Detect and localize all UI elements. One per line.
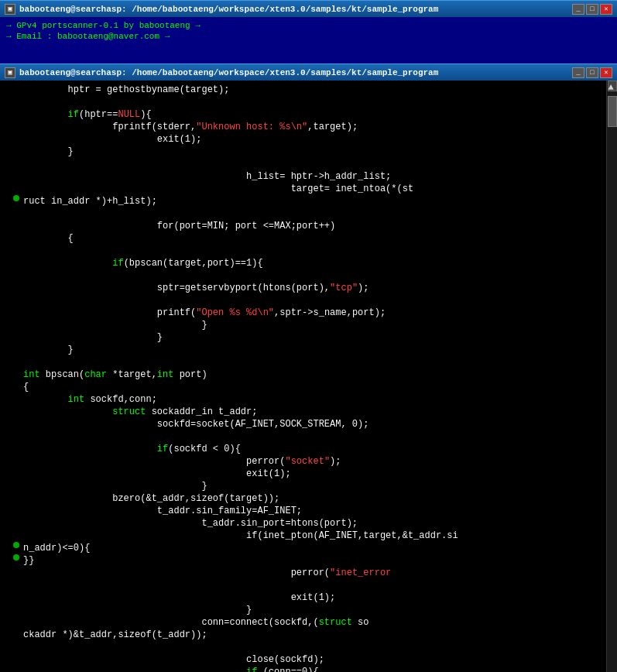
code-line-22: if(sockfd < 0){ xyxy=(3,443,617,455)
code-line-blank4 xyxy=(3,245,617,257)
code-line-27: t_addr.sin_family=AF_INET; xyxy=(3,505,617,517)
code-line-18: { xyxy=(3,381,617,393)
code-line-3: fprintf(stderr,"Unknown host: %s\n",targ… xyxy=(3,121,617,133)
gutter-30 xyxy=(9,542,23,548)
code-line-11: if(bpscan(target,port)==1){ xyxy=(3,257,617,269)
code-line-blank10 xyxy=(3,641,617,653)
code-line-13: printf("Open %s %d\n",sptr->s_name,port)… xyxy=(3,307,617,319)
scrollbar-up-arrow[interactable]: ▲ xyxy=(608,81,617,91)
terminal-line-1: → GPv4 portscanner-0.1 by babootaeng → xyxy=(6,20,611,31)
minimize-button-1[interactable]: _ xyxy=(572,4,584,15)
code-line-21: sockfd=socket(AF_INET,SOCK_STREAM, 0); xyxy=(3,418,617,430)
code-line-28: t_addr.sin_port=htons(port); xyxy=(3,517,617,530)
code-line-12: sptr=getservbyport(htons(port),"tcp"); xyxy=(3,282,617,294)
code-line-blank1 xyxy=(3,96,617,108)
terminal-icon-2: ▣ xyxy=(5,67,15,78)
code-line-9: for(port=MIN; port <=MAX;port++) xyxy=(3,220,617,232)
code-line-20: struct sockaddr_in t_addr; xyxy=(3,406,617,418)
terminal-icon-1: ▣ xyxy=(5,4,15,15)
code-line-25: } xyxy=(3,480,617,492)
code-line-2: if(hptr==NULL){ xyxy=(3,108,617,121)
code-line-36: ckaddr *)&t_addr,sizeof(t_addr)); xyxy=(3,629,617,641)
code-scroll[interactable]: hptr = gethostbyname(target); if(hptr==N… xyxy=(0,81,617,672)
code-line-1: hptr = gethostbyname(target); xyxy=(3,84,617,96)
code-line-23: perror("socket"); xyxy=(3,455,617,468)
minimize-button-2[interactable]: _ xyxy=(572,67,584,78)
code-line-30: n_addr)<=0){ xyxy=(3,542,617,554)
maximize-button-2[interactable]: □ xyxy=(586,67,598,78)
code-line-17: int bpscan(char *target,int port) xyxy=(3,369,617,381)
window-controls-1[interactable]: _ □ ✕ xyxy=(572,4,612,15)
code-line-blank3 xyxy=(3,207,617,220)
maximize-button-1[interactable]: □ xyxy=(586,4,598,15)
code-line-5: } xyxy=(3,146,617,158)
code-line-blank9 xyxy=(3,579,617,591)
breakpoint-3 xyxy=(13,554,19,561)
terminal-line-2: → Email : babootaeng@naver.com → xyxy=(6,31,611,42)
code-area[interactable]: hptr = gethostbyname(target); if(hptr==N… xyxy=(0,81,617,672)
code-line-14: } xyxy=(3,319,617,331)
code-line-blank6 xyxy=(3,294,617,307)
code-line-33: exit(1); xyxy=(3,591,617,604)
code-line-16: } xyxy=(3,344,617,356)
close-button-2[interactable]: ✕ xyxy=(600,67,612,78)
title-text-1: babootaeng@searchasp: /home/babootaeng/w… xyxy=(19,5,438,14)
code-line-blank7 xyxy=(3,356,617,369)
title-bar-left-2: ▣ babootaeng@searchasp: /home/babootaeng… xyxy=(5,67,438,78)
code-line-8: ruct in_addr *)+h_list); xyxy=(3,195,617,207)
code-line-4: exit(1); xyxy=(3,133,617,146)
code-line-26: bzero(&t_addr,sizeof(target)); xyxy=(3,492,617,505)
scrollbar-thumb[interactable] xyxy=(608,96,617,127)
code-line-10: { xyxy=(3,232,617,245)
title-bar-2: ▣ babootaeng@searchasp: /home/babootaeng… xyxy=(0,63,617,81)
title-text-2: babootaeng@searchasp: /home/babootaeng/w… xyxy=(19,68,438,77)
code-line-31: }} xyxy=(3,554,617,567)
gutter-31 xyxy=(9,554,23,561)
code-line-blank5 xyxy=(3,269,617,282)
scrollbar-right[interactable]: ▲ ▼ xyxy=(606,81,617,672)
code-line-29: if(inet_pton(AF_INET,target,&t_addr.si xyxy=(3,530,617,542)
close-button-1[interactable]: ✕ xyxy=(600,4,612,15)
code-line-24: exit(1); xyxy=(3,468,617,480)
code-line-32: perror("inet_error xyxy=(3,567,617,579)
title-bar-left-1: ▣ babootaeng@searchasp: /home/babootaeng… xyxy=(5,4,438,15)
code-line-7: target= inet_ntoa(*(st xyxy=(3,183,617,195)
window2: ▣ babootaeng@searchasp: /home/babootaeng… xyxy=(0,63,617,672)
gutter-8 xyxy=(9,195,23,201)
breakpoint-1 xyxy=(13,195,19,201)
code-line-37: close(sockfd); xyxy=(3,653,617,666)
window-controls-2[interactable]: _ □ ✕ xyxy=(572,67,612,78)
code-line-6: h_list= hptr->h_addr_list; xyxy=(3,170,617,183)
code-line-19: int sockfd,conn; xyxy=(3,393,617,406)
code-line-34: } xyxy=(3,604,617,616)
terminal-area: → GPv4 portscanner-0.1 by babootaeng → →… xyxy=(0,17,617,63)
window1: ▣ babootaeng@searchasp: /home/babootaeng… xyxy=(0,0,617,63)
code-line-blank8 xyxy=(3,430,617,443)
title-bar-1: ▣ babootaeng@searchasp: /home/babootaeng… xyxy=(0,0,617,17)
code-line-15: } xyxy=(3,331,617,344)
code-line-38: if (conn==0){ xyxy=(3,666,617,672)
breakpoint-2 xyxy=(13,542,19,548)
code-line-35: conn=connect(sockfd,(struct so xyxy=(3,616,617,629)
code-line-blank2 xyxy=(3,158,617,170)
